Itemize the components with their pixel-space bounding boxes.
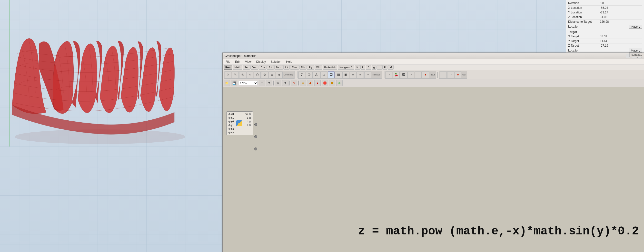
port-ny[interactable]: ny	[228, 131, 235, 134]
tab-crv[interactable]: Crv	[259, 65, 266, 70]
prim-lines2-btn[interactable]: ≡	[357, 71, 364, 78]
toolbar2-orange-btn[interactable]: 🔴	[322, 80, 328, 86]
port-out[interactable]: out	[244, 113, 252, 116]
prim-square-btn[interactable]: □	[320, 71, 327, 78]
port-y0[interactable]: y0	[228, 120, 235, 123]
port-nx[interactable]: nx	[228, 127, 235, 130]
port-a[interactable]: a	[244, 116, 252, 119]
prim-a-btn[interactable]: A	[313, 71, 320, 78]
tab-pufferfish[interactable]: Pufferfish	[322, 65, 337, 70]
menu-file[interactable]: File	[224, 60, 231, 64]
port-x0[interactable]: x0	[228, 113, 235, 116]
prim-lines-btn[interactable]: ≡	[350, 71, 356, 78]
tab-prm[interactable]: Prm	[224, 65, 232, 70]
port-y1[interactable]: y1	[228, 124, 235, 127]
toolbar2-sep2	[290, 81, 290, 86]
tab-m[interactable]: M	[388, 65, 394, 70]
tab-srf[interactable]: Srf	[267, 65, 274, 70]
toolbar-circle-btn[interactable]: ◎	[239, 71, 246, 78]
toolbar2-eye-btn[interactable]: 👁	[275, 80, 281, 86]
tab-math[interactable]: Math	[233, 65, 242, 70]
util-label: Util	[462, 74, 466, 76]
menu-edit[interactable]: Edit	[234, 60, 241, 64]
port-x1[interactable]: x1	[228, 116, 235, 119]
location-place-button-1[interactable]: Place...	[629, 25, 642, 29]
toolbar2-gem2-btn[interactable]: ◆	[307, 80, 313, 86]
input-arrow2-btn[interactable]: →	[408, 71, 414, 78]
toolbar-diamond-btn[interactable]: ◈	[276, 71, 282, 78]
input-cherry-btn[interactable]: 🍒	[393, 71, 400, 78]
zoom-select[interactable]: 176%	[238, 81, 258, 85]
toolbar2-gem-btn[interactable]: ◈	[300, 80, 306, 86]
toolbar2-red-btn[interactable]: ●	[314, 80, 321, 86]
prim-grid-btn[interactable]: ▦	[335, 71, 342, 78]
toolbar-triangle-btn[interactable]: △	[246, 71, 253, 78]
tab-l2[interactable]: L	[377, 65, 382, 70]
location-place-button-2[interactable]: Place...	[629, 49, 642, 53]
port-out-label: out	[245, 113, 248, 116]
toolbar-hex-btn[interactable]: ⬡	[254, 71, 261, 78]
tab-dis[interactable]: Dis	[300, 65, 307, 70]
port-c[interactable]: c	[244, 124, 252, 127]
menu-help[interactable]: Help	[285, 60, 293, 64]
menu-view[interactable]: View	[244, 60, 252, 64]
grasshopper-canvas[interactable]: x0 x1 y0 y1	[223, 87, 644, 252]
port-b[interactable]: b	[244, 120, 252, 123]
prim-arrow-btn[interactable]: ↗	[364, 71, 371, 78]
menu-display[interactable]: Display	[255, 60, 267, 64]
tab-set[interactable]: Set	[243, 65, 250, 70]
tab-trns[interactable]: Trns	[290, 65, 299, 70]
ztarget-row: Z Target -27.19	[568, 44, 642, 48]
input-arrow-btn[interactable]: →	[386, 71, 392, 78]
tab-p[interactable]: P	[382, 65, 388, 70]
toolbar2-hex-btn[interactable]: ⬟	[329, 80, 335, 86]
ytarget-row: Y Target 11.64	[568, 39, 642, 44]
ylocation-value: -33.17	[600, 11, 642, 14]
toolbar2-plus-btn[interactable]: ⊕	[336, 80, 342, 86]
port-x1-label: x1	[231, 116, 234, 119]
rotation-label: Rotation	[568, 2, 600, 5]
toolbar-slash-btn[interactable]: ⊘	[261, 71, 268, 78]
ylocation-row: Y Location -33.17	[568, 10, 642, 15]
util-arrow2-btn[interactable]: →	[447, 71, 454, 78]
menu-solution[interactable]: Solution	[270, 60, 282, 64]
toolbar2-dropdown-btn[interactable]: ▼	[266, 80, 272, 86]
port-ny-label: ny	[231, 131, 234, 134]
toolbar2-grid-btn[interactable]: ⊞	[259, 80, 265, 86]
toolbar2-save-btn[interactable]: 💾	[231, 80, 237, 86]
toolbar2-eye-dropdown-btn[interactable]: ▼	[282, 80, 288, 86]
toolbar2-folder-btn[interactable]: 📁	[224, 80, 230, 86]
prim-img-btn[interactable]: 🖼	[328, 71, 334, 78]
tab-k[interactable]: K	[355, 65, 360, 70]
prim-table-btn[interactable]: ▣	[342, 71, 349, 78]
util-dot-btn[interactable]: ●	[454, 71, 461, 78]
grasshopper-title: Grasshopper - surface1*	[224, 54, 256, 58]
tab-g[interactable]: g	[372, 65, 376, 70]
input-label: Input	[430, 74, 435, 76]
tab-int[interactable]: Int	[283, 65, 290, 70]
node-inputs: x0 x1 y0 y1	[228, 113, 235, 134]
input-img2-btn[interactable]: 🖼	[400, 71, 407, 78]
node-outputs: out a b c	[244, 113, 252, 134]
toolbar-plus-circle-btn[interactable]: ⊕	[268, 71, 275, 78]
python-node[interactable]: x0 x1 y0 y1	[226, 111, 253, 135]
tab-vec[interactable]: Vec	[250, 65, 258, 70]
output-connector-3	[254, 147, 257, 150]
surface-tab[interactable]: surface1	[629, 53, 644, 57]
toolbar-pencil-btn[interactable]: ✎	[232, 71, 239, 78]
tab-a[interactable]: A	[366, 65, 371, 70]
input-red-btn[interactable]: ●	[422, 71, 429, 78]
tab-msh[interactable]: Msh	[274, 65, 283, 70]
util-arrow-btn[interactable]: →	[440, 71, 447, 78]
tab-wb[interactable]: Wb	[314, 65, 322, 70]
toolbar2-pencil-btn[interactable]: ✎	[291, 80, 297, 86]
tab-fly[interactable]: Fly	[307, 65, 314, 70]
tab-l[interactable]: L	[360, 65, 365, 70]
grasshopper-window[interactable]: Grasshopper - surface1* _ □ ✕ surface1 F…	[222, 53, 644, 252]
tab-kangaroo2[interactable]: Kangaroo2	[338, 65, 354, 70]
input-arrow3-btn[interactable]: →	[415, 71, 422, 78]
prim-7-btn[interactable]: 7	[298, 71, 305, 78]
toolbar-x-btn[interactable]: ✕	[224, 71, 232, 78]
prim-circle-btn[interactable]: ①	[306, 71, 312, 78]
ylocation-label: Y Location	[568, 11, 600, 14]
